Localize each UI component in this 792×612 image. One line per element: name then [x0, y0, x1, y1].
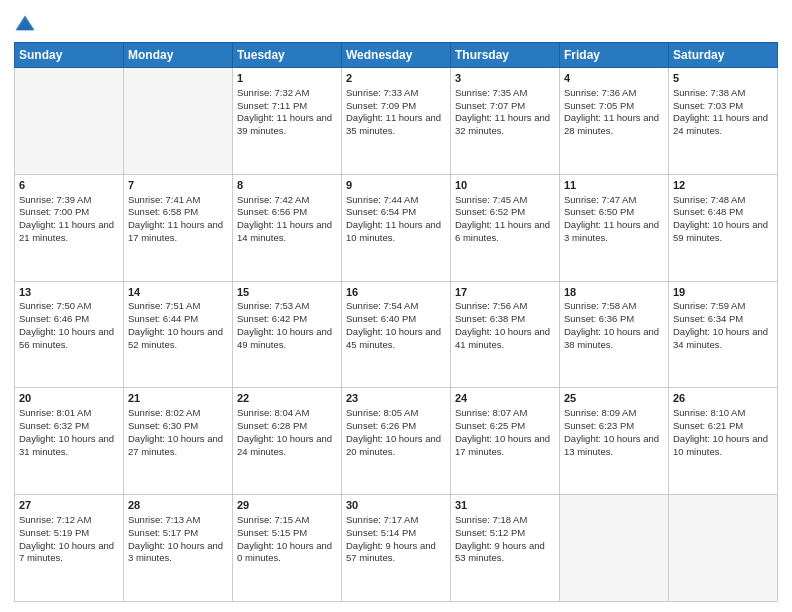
day-info: Sunrise: 7:35 AMSunset: 7:07 PMDaylight:… — [455, 87, 555, 138]
day-info: Sunrise: 7:18 AMSunset: 5:12 PMDaylight:… — [455, 514, 555, 565]
day-number: 11 — [564, 178, 664, 193]
day-number: 29 — [237, 498, 337, 513]
day-number: 4 — [564, 71, 664, 86]
calendar-cell: 26Sunrise: 8:10 AMSunset: 6:21 PMDayligh… — [669, 388, 778, 495]
day-info: Sunrise: 7:33 AMSunset: 7:09 PMDaylight:… — [346, 87, 446, 138]
calendar-cell: 23Sunrise: 8:05 AMSunset: 6:26 PMDayligh… — [342, 388, 451, 495]
calendar-cell: 18Sunrise: 7:58 AMSunset: 6:36 PMDayligh… — [560, 281, 669, 388]
day-info: Sunrise: 7:58 AMSunset: 6:36 PMDaylight:… — [564, 300, 664, 351]
calendar-cell: 24Sunrise: 8:07 AMSunset: 6:25 PMDayligh… — [451, 388, 560, 495]
calendar-cell: 5Sunrise: 7:38 AMSunset: 7:03 PMDaylight… — [669, 68, 778, 175]
day-info: Sunrise: 7:48 AMSunset: 6:48 PMDaylight:… — [673, 194, 773, 245]
weekday-header-monday: Monday — [124, 43, 233, 68]
calendar-cell: 20Sunrise: 8:01 AMSunset: 6:32 PMDayligh… — [15, 388, 124, 495]
calendar-cell: 30Sunrise: 7:17 AMSunset: 5:14 PMDayligh… — [342, 495, 451, 602]
calendar-cell: 8Sunrise: 7:42 AMSunset: 6:56 PMDaylight… — [233, 174, 342, 281]
day-number: 20 — [19, 391, 119, 406]
weekday-header-thursday: Thursday — [451, 43, 560, 68]
week-row-3: 20Sunrise: 8:01 AMSunset: 6:32 PMDayligh… — [15, 388, 778, 495]
calendar-cell: 10Sunrise: 7:45 AMSunset: 6:52 PMDayligh… — [451, 174, 560, 281]
calendar-cell: 1Sunrise: 7:32 AMSunset: 7:11 PMDaylight… — [233, 68, 342, 175]
day-info: Sunrise: 7:36 AMSunset: 7:05 PMDaylight:… — [564, 87, 664, 138]
calendar-cell: 19Sunrise: 7:59 AMSunset: 6:34 PMDayligh… — [669, 281, 778, 388]
day-info: Sunrise: 8:02 AMSunset: 6:30 PMDaylight:… — [128, 407, 228, 458]
day-number: 19 — [673, 285, 773, 300]
day-number: 21 — [128, 391, 228, 406]
calendar-cell: 16Sunrise: 7:54 AMSunset: 6:40 PMDayligh… — [342, 281, 451, 388]
calendar-cell: 13Sunrise: 7:50 AMSunset: 6:46 PMDayligh… — [15, 281, 124, 388]
calendar-cell: 4Sunrise: 7:36 AMSunset: 7:05 PMDaylight… — [560, 68, 669, 175]
day-number: 2 — [346, 71, 446, 86]
day-info: Sunrise: 7:42 AMSunset: 6:56 PMDaylight:… — [237, 194, 337, 245]
day-info: Sunrise: 7:13 AMSunset: 5:17 PMDaylight:… — [128, 514, 228, 565]
calendar-cell: 31Sunrise: 7:18 AMSunset: 5:12 PMDayligh… — [451, 495, 560, 602]
day-info: Sunrise: 7:32 AMSunset: 7:11 PMDaylight:… — [237, 87, 337, 138]
calendar-cell: 6Sunrise: 7:39 AMSunset: 7:00 PMDaylight… — [15, 174, 124, 281]
day-number: 8 — [237, 178, 337, 193]
day-info: Sunrise: 7:50 AMSunset: 6:46 PMDaylight:… — [19, 300, 119, 351]
calendar-cell: 12Sunrise: 7:48 AMSunset: 6:48 PMDayligh… — [669, 174, 778, 281]
header — [14, 10, 778, 36]
day-info: Sunrise: 7:56 AMSunset: 6:38 PMDaylight:… — [455, 300, 555, 351]
calendar-cell: 7Sunrise: 7:41 AMSunset: 6:58 PMDaylight… — [124, 174, 233, 281]
weekday-header-row: SundayMondayTuesdayWednesdayThursdayFrid… — [15, 43, 778, 68]
logo — [14, 14, 38, 36]
day-info: Sunrise: 7:12 AMSunset: 5:19 PMDaylight:… — [19, 514, 119, 565]
day-number: 27 — [19, 498, 119, 513]
day-info: Sunrise: 7:41 AMSunset: 6:58 PMDaylight:… — [128, 194, 228, 245]
week-row-1: 6Sunrise: 7:39 AMSunset: 7:00 PMDaylight… — [15, 174, 778, 281]
day-number: 3 — [455, 71, 555, 86]
calendar-cell: 17Sunrise: 7:56 AMSunset: 6:38 PMDayligh… — [451, 281, 560, 388]
day-number: 22 — [237, 391, 337, 406]
page: SundayMondayTuesdayWednesdayThursdayFrid… — [0, 0, 792, 612]
day-info: Sunrise: 7:45 AMSunset: 6:52 PMDaylight:… — [455, 194, 555, 245]
day-info: Sunrise: 7:59 AMSunset: 6:34 PMDaylight:… — [673, 300, 773, 351]
calendar-cell: 25Sunrise: 8:09 AMSunset: 6:23 PMDayligh… — [560, 388, 669, 495]
day-number: 18 — [564, 285, 664, 300]
calendar-cell: 21Sunrise: 8:02 AMSunset: 6:30 PMDayligh… — [124, 388, 233, 495]
weekday-header-tuesday: Tuesday — [233, 43, 342, 68]
day-info: Sunrise: 7:53 AMSunset: 6:42 PMDaylight:… — [237, 300, 337, 351]
calendar-cell: 3Sunrise: 7:35 AMSunset: 7:07 PMDaylight… — [451, 68, 560, 175]
day-number: 26 — [673, 391, 773, 406]
day-info: Sunrise: 7:47 AMSunset: 6:50 PMDaylight:… — [564, 194, 664, 245]
calendar-cell: 27Sunrise: 7:12 AMSunset: 5:19 PMDayligh… — [15, 495, 124, 602]
day-number: 10 — [455, 178, 555, 193]
calendar-cell: 29Sunrise: 7:15 AMSunset: 5:15 PMDayligh… — [233, 495, 342, 602]
day-number: 28 — [128, 498, 228, 513]
day-number: 5 — [673, 71, 773, 86]
day-number: 9 — [346, 178, 446, 193]
calendar-table: SundayMondayTuesdayWednesdayThursdayFrid… — [14, 42, 778, 602]
logo-icon — [14, 14, 36, 36]
calendar-cell: 9Sunrise: 7:44 AMSunset: 6:54 PMDaylight… — [342, 174, 451, 281]
day-info: Sunrise: 8:01 AMSunset: 6:32 PMDaylight:… — [19, 407, 119, 458]
week-row-0: 1Sunrise: 7:32 AMSunset: 7:11 PMDaylight… — [15, 68, 778, 175]
day-number: 25 — [564, 391, 664, 406]
calendar-cell: 15Sunrise: 7:53 AMSunset: 6:42 PMDayligh… — [233, 281, 342, 388]
day-number: 7 — [128, 178, 228, 193]
day-info: Sunrise: 8:09 AMSunset: 6:23 PMDaylight:… — [564, 407, 664, 458]
weekday-header-wednesday: Wednesday — [342, 43, 451, 68]
day-number: 6 — [19, 178, 119, 193]
day-info: Sunrise: 7:17 AMSunset: 5:14 PMDaylight:… — [346, 514, 446, 565]
weekday-header-sunday: Sunday — [15, 43, 124, 68]
weekday-header-friday: Friday — [560, 43, 669, 68]
day-number: 24 — [455, 391, 555, 406]
day-info: Sunrise: 7:54 AMSunset: 6:40 PMDaylight:… — [346, 300, 446, 351]
day-info: Sunrise: 7:51 AMSunset: 6:44 PMDaylight:… — [128, 300, 228, 351]
weekday-header-saturday: Saturday — [669, 43, 778, 68]
calendar-cell — [15, 68, 124, 175]
day-info: Sunrise: 7:39 AMSunset: 7:00 PMDaylight:… — [19, 194, 119, 245]
week-row-2: 13Sunrise: 7:50 AMSunset: 6:46 PMDayligh… — [15, 281, 778, 388]
calendar-cell: 14Sunrise: 7:51 AMSunset: 6:44 PMDayligh… — [124, 281, 233, 388]
day-number: 1 — [237, 71, 337, 86]
day-info: Sunrise: 8:07 AMSunset: 6:25 PMDaylight:… — [455, 407, 555, 458]
day-number: 23 — [346, 391, 446, 406]
day-number: 16 — [346, 285, 446, 300]
day-info: Sunrise: 8:05 AMSunset: 6:26 PMDaylight:… — [346, 407, 446, 458]
calendar-cell: 2Sunrise: 7:33 AMSunset: 7:09 PMDaylight… — [342, 68, 451, 175]
day-number: 17 — [455, 285, 555, 300]
week-row-4: 27Sunrise: 7:12 AMSunset: 5:19 PMDayligh… — [15, 495, 778, 602]
calendar-cell — [560, 495, 669, 602]
day-info: Sunrise: 8:10 AMSunset: 6:21 PMDaylight:… — [673, 407, 773, 458]
